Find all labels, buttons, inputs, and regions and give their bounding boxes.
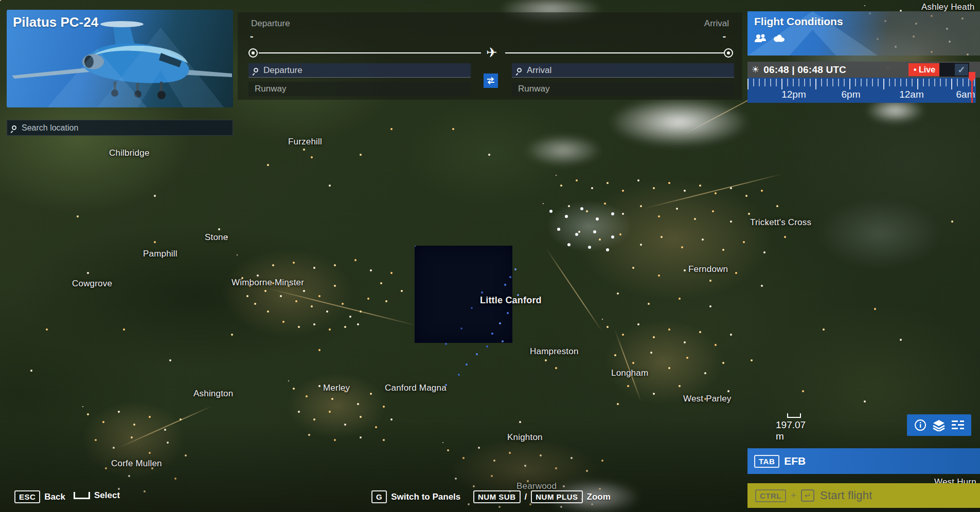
map-label: Bearwood xyxy=(516,481,557,491)
road-lights xyxy=(118,406,213,448)
back-label: Back xyxy=(44,492,65,502)
timeline-label: 12pm xyxy=(781,89,806,100)
weather-cloud-icon xyxy=(772,34,786,42)
map-scale: 197.07 m xyxy=(776,413,813,442)
start-flight-button[interactable]: CTRL + ↵ Start flight xyxy=(747,483,980,508)
arrival-search-field[interactable] xyxy=(512,63,734,78)
arrival-label: Arrival xyxy=(704,19,729,29)
scale-bracket-icon xyxy=(787,413,801,418)
map-label: Wimborne Minster xyxy=(231,278,304,288)
switch-panels-hint: G Switch to Panels xyxy=(371,490,460,503)
cloud xyxy=(509,129,617,172)
legend-icon xyxy=(951,419,965,431)
time-of-day-timeline[interactable]: 12pm 6pm 12am 6am xyxy=(747,78,976,103)
scale-value: 197.07 m xyxy=(776,419,813,442)
ctrl-key-badge: CTRL xyxy=(755,489,786,502)
search-input[interactable] xyxy=(21,123,228,133)
plus-separator: + xyxy=(791,490,796,501)
arrival-input[interactable] xyxy=(526,65,729,76)
search-location-bar[interactable] xyxy=(7,120,233,136)
map-label: Ferndown xyxy=(688,264,728,275)
efb-label: EFB xyxy=(784,455,806,467)
layers-icon xyxy=(932,419,946,431)
swap-button[interactable] xyxy=(484,74,498,88)
zoom-label: Zoom xyxy=(587,492,611,502)
map-label: Ashington xyxy=(193,389,233,399)
search-icon xyxy=(12,125,16,130)
light-cluster-ashley-heath xyxy=(864,5,865,6)
map-label: Longham xyxy=(611,368,648,378)
haze xyxy=(792,185,967,283)
flight-conditions-title: Flight Conditions xyxy=(754,15,843,28)
live-badge[interactable]: • Live xyxy=(908,63,940,76)
arrival-slider-knob[interactable] xyxy=(724,48,733,58)
dark-tile-lights xyxy=(415,246,416,247)
map-label: Ashley Heath xyxy=(921,2,975,12)
light-cluster-west-parley xyxy=(602,319,603,320)
map-dark-tile xyxy=(415,246,512,343)
multiplayer-icon xyxy=(754,34,768,42)
map-label: Corfe Mullen xyxy=(111,459,162,469)
flight-conditions-header[interactable]: Flight Conditions xyxy=(747,11,980,56)
tab-key-badge: TAB xyxy=(754,455,779,468)
swap-icon xyxy=(486,77,495,85)
slider-line xyxy=(259,52,481,53)
road-lights xyxy=(268,288,418,326)
map-label: Pamphill xyxy=(143,249,177,259)
info-icon xyxy=(914,419,926,431)
departure-slider-knob[interactable] xyxy=(248,48,258,58)
map-label: Merley xyxy=(323,383,350,393)
road-lights xyxy=(545,247,603,333)
departure-label: Departure xyxy=(251,19,290,29)
switch-panels-label: Switch to Panels xyxy=(391,492,460,502)
timeline-major-ticks xyxy=(747,79,976,89)
slider-plane-icon: ✈ xyxy=(486,45,497,61)
light-cluster-bearwood xyxy=(442,442,443,443)
efb-button[interactable]: TAB EFB xyxy=(747,448,980,474)
arrival-runway-input[interactable] xyxy=(517,83,729,95)
world-map-screen[interactable]: Ashley Heath Chilbridge Furzehill Stone … xyxy=(0,0,980,512)
aircraft-title: Pilatus PC-24 xyxy=(13,14,98,30)
time-cursor-pin[interactable] xyxy=(969,72,975,79)
departure-value: - xyxy=(250,31,253,42)
departure-search-field[interactable] xyxy=(248,63,471,78)
legend-button[interactable] xyxy=(950,417,966,433)
aircraft-card[interactable]: Pilatus PC-24 xyxy=(7,10,233,107)
light-cluster-merley xyxy=(288,380,289,381)
time-row: ☀ 06:48 | 06:48 UTC • Live ✓ xyxy=(747,62,980,78)
map-label: Stone xyxy=(205,232,228,243)
arrival-value: - xyxy=(723,31,726,42)
departure-input[interactable] xyxy=(262,65,466,76)
search-icon xyxy=(254,68,258,72)
map-label: Furzehill xyxy=(288,137,322,147)
time-display: 06:48 | 06:48 UTC xyxy=(763,64,846,76)
timeline-label: 6pm xyxy=(842,89,861,100)
arrival-runway-field[interactable] xyxy=(512,82,734,96)
map-label: Chilbridge xyxy=(109,148,150,158)
town-glow xyxy=(535,154,813,324)
road-lights xyxy=(643,173,783,209)
timeline-label: 12am xyxy=(899,89,924,100)
map-label: West Parley xyxy=(683,394,732,404)
search-icon xyxy=(517,68,522,72)
light-cluster-wimborne xyxy=(237,254,238,255)
departure-runway-field[interactable] xyxy=(248,82,471,96)
spacebar-icon xyxy=(74,492,90,499)
layers-button[interactable] xyxy=(931,417,947,433)
g-key-badge: G xyxy=(371,490,387,503)
live-checkbox[interactable]: ✓ xyxy=(939,63,969,77)
town-glow xyxy=(195,231,381,355)
flight-plan-panel: Departure Arrival - - ✈ xyxy=(238,12,742,100)
light-hamlets xyxy=(0,0,1,1)
industrial-glow xyxy=(530,190,648,262)
num-plus-key-badge: NUM PLUS xyxy=(531,490,582,503)
departure-runway-input[interactable] xyxy=(254,83,466,95)
zoom-hint: NUM SUB / NUM PLUS Zoom xyxy=(473,490,611,503)
map-label: Knighton xyxy=(507,432,543,443)
num-sub-key-badge: NUM SUB xyxy=(473,490,521,503)
esc-key-badge: ESC xyxy=(14,490,40,503)
map-controls xyxy=(907,414,971,436)
select-hint: Select xyxy=(74,490,120,501)
select-label: Select xyxy=(94,490,120,501)
info-button[interactable] xyxy=(913,417,928,433)
